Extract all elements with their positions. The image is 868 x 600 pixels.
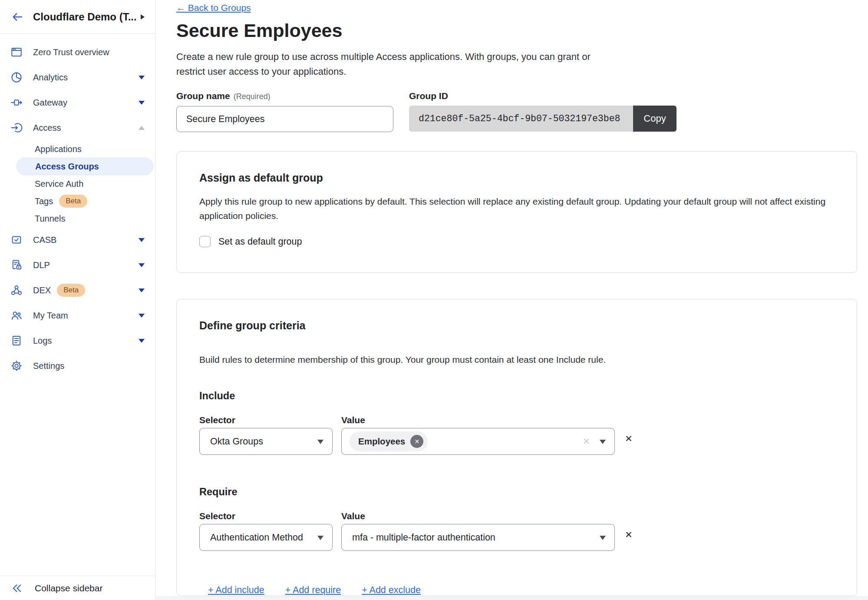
sidebar-item-settings[interactable]: Settings [0,353,155,378]
main-content: ← Back to Groups Secure Employees Create… [156,0,868,600]
page-title: Secure Employees [176,20,857,41]
sidebar-item-label: DLP [33,260,50,270]
back-arrow-icon [11,11,23,23]
sidebar-subitem-label: Tags [35,196,53,206]
require-value-label: Value [341,510,365,522]
chevron-down-icon [139,263,145,267]
default-group-checkbox-label: Set as default group [218,236,302,247]
default-group-checkbox-row[interactable]: Set as default group [199,236,834,247]
require-value-text: mfa - multiple-factor authentication [352,532,495,543]
gateway-icon [10,96,23,109]
sidebar-nav: Zero Trust overview Analytics [0,34,155,378]
chevron-down-icon [139,76,145,80]
sidebar-item-label: Analytics [33,73,68,83]
group-id-label: Group ID [409,90,677,102]
logs-icon [10,335,23,347]
double-chevron-left-icon [11,583,23,594]
account-switcher[interactable]: Cloudflare Demo (T... [0,0,155,34]
include-value-label: Value [341,414,365,426]
back-to-groups-link[interactable]: ← Back to Groups [176,3,251,13]
default-group-checkbox[interactable] [199,236,211,247]
beta-badge: Beta [57,284,85,297]
sidebar-item-label: Access [33,123,61,133]
tag-remove-icon[interactable]: ✕ [410,435,423,448]
chevron-down-icon [139,339,145,343]
team-icon [10,309,23,322]
chevron-down-icon [139,314,145,318]
dex-icon [10,284,23,296]
require-value-dropdown[interactable]: mfa - multiple-factor authentication [341,524,615,551]
dropdown-caret-icon [317,440,323,444]
include-selector-dropdown[interactable]: Okta Groups [199,428,333,455]
chevron-down-icon [139,238,145,242]
collapse-sidebar-button[interactable]: Collapse sidebar [0,576,155,600]
sidebar-item-label: Gateway [33,98,67,108]
gear-icon [10,360,23,372]
sidebar-subitem-label: Service Auth [35,179,83,189]
chevron-down-icon [139,288,145,292]
sidebar-item-dex[interactable]: DEX Beta [0,278,155,303]
sidebar-item-label: Logs [33,336,52,346]
clear-values-icon[interactable]: ✕ [582,436,590,447]
sidebar-item-service-auth[interactable]: Service Auth [17,175,153,192]
default-group-card: Assign as default group Apply this rule … [176,151,857,273]
sidebar-item-label: My Team [33,311,68,321]
sidebar-item-analytics[interactable]: Analytics [0,65,155,90]
sidebar-subitem-label: Tunnels [35,214,65,224]
include-selector-label: Selector [199,414,341,426]
dropdown-caret-icon [317,536,323,540]
require-selector-dropdown[interactable]: Authentication Method [199,524,333,551]
add-rule-links: + Add include + Add require + Add exclud… [199,585,834,596]
sidebar-item-label: DEX [33,285,51,295]
require-heading: Require [199,485,834,498]
sidebar: Cloudflare Demo (T... Zero Trust overvie… [0,0,155,600]
remove-include-rule-icon[interactable]: ✕ [625,434,633,443]
default-card-title: Assign as default group [199,152,834,185]
group-name-label: Group name(Required) [176,90,393,102]
sidebar-item-label: CASB [33,235,56,245]
require-rule-row: Authentication Method mfa - multiple-fac… [199,524,834,551]
access-icon [10,122,23,134]
sidebar-item-logs[interactable]: Logs [0,328,155,353]
sidebar-item-access[interactable]: Access [0,115,155,140]
chevron-down-icon [139,101,145,105]
criteria-card-title: Define group criteria [199,299,834,332]
sidebar-item-tunnels[interactable]: Tunnels [17,210,153,227]
include-selector-value: Okta Groups [210,436,263,447]
value-tag-label: Employees [358,436,405,447]
sidebar-item-label: Zero Trust overview [33,47,109,57]
beta-badge: Beta [59,195,87,208]
add-exclude-link[interactable]: + Add exclude [362,585,421,596]
group-id-value: d21ce80f-5a25-4bcf-9b07-5032197e3be8 [409,106,633,132]
sidebar-subitem-label: Access Groups [35,162,99,172]
sidebar-item-casb[interactable]: CASB [0,227,155,252]
page: Cloudflare Demo (T... Zero Trust overvie… [0,0,868,600]
include-rule-row: Okta Groups Employees ✕ ✕ ✕ [199,428,834,455]
sidebar-item-dlp[interactable]: DLP [0,252,155,278]
overview-icon [10,46,23,58]
require-selector-label: Selector [199,510,341,522]
add-require-link[interactable]: + Add require [285,585,341,596]
group-name-input[interactable] [176,106,393,132]
include-value-multiselect[interactable]: Employees ✕ ✕ [341,428,615,455]
sidebar-item-gateway[interactable]: Gateway [0,90,155,115]
collapse-sidebar-label: Collapse sidebar [35,583,102,593]
chevron-up-icon [139,126,145,130]
sidebar-item-applications[interactable]: Applications [17,140,153,158]
remove-require-rule-icon[interactable]: ✕ [625,530,633,539]
add-include-link[interactable]: + Add include [208,585,264,596]
account-name: Cloudflare Demo (T... [33,11,137,23]
sidebar-item-access-groups[interactable]: Access Groups [17,158,153,175]
casb-icon [10,234,23,246]
sidebar-item-my-team[interactable]: My Team [0,303,155,328]
criteria-card: Define group criteria Build rules to det… [176,299,857,596]
sidebar-item-tags[interactable]: Tags Beta [17,192,153,210]
required-hint: (Required) [234,92,271,101]
page-description: Create a new rule group to use across mu… [176,50,602,79]
require-selector-value: Authentication Method [210,532,303,543]
criteria-card-body: Build rules to determine membership of t… [199,352,834,367]
default-card-body: Apply this rule group to new application… [199,194,834,223]
copy-button[interactable]: Copy [633,106,677,132]
sidebar-item-zero-trust-overview[interactable]: Zero Trust overview [0,40,155,65]
sidebar-item-label: Settings [33,361,64,371]
